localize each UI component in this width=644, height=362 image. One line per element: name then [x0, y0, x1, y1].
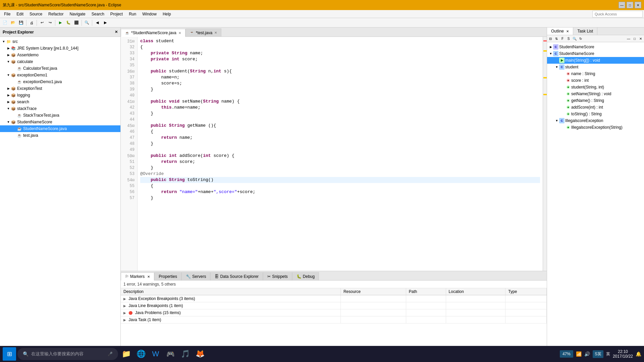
menu-window[interactable]: Window [140, 11, 159, 17]
expand-arrow-1[interactable]: ▶ [123, 297, 126, 301]
ime-indicator[interactable]: S英 [593, 350, 603, 358]
menu-edit[interactable]: Edit [14, 11, 26, 17]
bottom-tab-snippets[interactable]: ✂ Snippets [263, 272, 292, 280]
outline-sync[interactable]: ↻ [578, 36, 583, 41]
outline-studentnamescore-2[interactable]: ▼ C StudentNameScore [547, 50, 644, 57]
toolbar-redo[interactable]: ↪ [46, 19, 54, 26]
outline-addscore[interactable]: ● addScore(int) : int [547, 104, 644, 111]
marker-row-breakpoints-line[interactable]: ▶ Java Line Breakpoints (1 item) [121, 302, 547, 309]
menu-search[interactable]: Search [89, 11, 107, 17]
outline-filter[interactable]: 🔍 [572, 36, 577, 41]
outline-main-method[interactable]: ▶ main(String[]) : void [547, 57, 644, 64]
menu-refactor[interactable]: Refactor [46, 11, 66, 17]
tree-item-stacktracejava[interactable]: ☕ StackTraceTest.java [0, 112, 120, 119]
outline-tab[interactable]: Outline ✕ [547, 27, 573, 35]
outline-getname[interactable]: ● getName() : String [547, 97, 644, 104]
tree-item-assertdemo[interactable]: ▶ 📦 Assertdemo [0, 52, 120, 58]
outline-student-constructor[interactable]: ● student(String, int) [547, 84, 644, 90]
editor-area[interactable]: 31⊟ 32 33 34 35 36⊟ 37 38 39 40 41⊟ 42 4… [121, 37, 547, 271]
bottom-tab-servers[interactable]: 🔧 Servers [181, 272, 210, 280]
outline-sort[interactable]: ⇅ [554, 36, 559, 41]
toolbar-open[interactable]: 📂 [9, 19, 17, 26]
taskbar-mic-icon[interactable]: 🎤 [108, 352, 113, 356]
bottom-tab-markers[interactable]: ⚐ Markers ✕ [121, 273, 154, 281]
code-content[interactable]: class student { private String name; pri… [138, 37, 543, 271]
tree-item-studentnamescoreJava[interactable]: ☕ StudentNameScore.java [0, 125, 120, 132]
outline-hide-fields[interactable]: F [560, 36, 565, 41]
expand-arrow-3[interactable]: ▶ [123, 311, 126, 315]
tree-item-stacktrace[interactable]: ▼ 📦 stackTrace [0, 105, 120, 112]
tree-item-calculate[interactable]: ▼ 📦 calculate [0, 58, 120, 65]
outline-score-field[interactable]: ● score : int [547, 77, 644, 84]
outline-minimize[interactable]: — [626, 36, 631, 41]
notification-icon[interactable]: 🔔 [636, 351, 641, 357]
toolbar-debug[interactable]: 🐛 [65, 19, 72, 26]
outline-tab-close[interactable]: ✕ [566, 29, 569, 33]
tree-item-exceptiondemo1java[interactable]: ☕ exceptionDemo1.java [0, 78, 120, 85]
toolbar-search[interactable]: 🔍 [83, 19, 91, 26]
bottom-tab-properties[interactable]: Properties [154, 272, 181, 280]
taskbar-app-game[interactable]: 🎮 [164, 347, 177, 361]
marker-row-task[interactable]: ▶ Java Task (1 item) [121, 316, 547, 323]
tab-testjava[interactable]: ☕ *test.java ✕ [185, 28, 221, 37]
toolbar-run[interactable]: ▶ [57, 19, 64, 26]
outline-setname[interactable]: ● setName(String) : void [547, 90, 644, 97]
outline-illegalscoreexception[interactable]: ▼ C IllegalscoreException [547, 117, 644, 124]
taskbar-app-word[interactable]: W [149, 347, 162, 361]
bottom-tab-debug[interactable]: 🐛 Debug [292, 272, 319, 280]
menu-navigate[interactable]: Navigate [67, 11, 88, 17]
toolbar-forward[interactable]: ▶ [102, 19, 109, 26]
toolbar-back[interactable]: ◀ [94, 19, 101, 26]
language-indicator[interactable]: 英 [606, 351, 610, 357]
taskbar-app-explorer[interactable]: 📁 [119, 347, 133, 361]
tree-item-calculatortest[interactable]: ☕ CalculatorTest.java [0, 65, 120, 72]
header-close-icon[interactable]: ✕ [115, 30, 118, 34]
editor-scrollbar[interactable] [543, 37, 547, 271]
tab-studentnamescore[interactable]: ☕ *StudentNameScore.java ✕ [121, 29, 185, 37]
outline-maximize[interactable]: □ [632, 36, 637, 41]
toolbar-undo[interactable]: ↩ [38, 19, 46, 26]
markers-close[interactable]: ✕ [147, 275, 150, 279]
bottom-tab-datasource[interactable]: 🗄 Data Source Explorer [210, 272, 263, 280]
toolbar-stop[interactable]: ⬛ [73, 19, 80, 26]
outline-collapse-all[interactable]: ⊟ [548, 36, 553, 41]
close-button[interactable]: ✕ [635, 2, 641, 8]
tasklist-tab[interactable]: Task List [573, 27, 597, 35]
tree-item-jre[interactable]: ▶ 📚 JRE System Library [jre1.8.0_144] [0, 45, 120, 52]
battery-indicator[interactable]: 47% [560, 350, 573, 358]
taskbar-search-box[interactable]: 🔍 在这里输入你要搜索的内容 🎤 [17, 348, 118, 360]
menu-project[interactable]: Project [108, 11, 125, 17]
outline-studentnamescore-1[interactable]: ▶ C StudentNameScore [547, 44, 644, 50]
taskbar-app-media[interactable]: 🎵 [178, 347, 192, 361]
outline-close[interactable]: ✕ [638, 36, 643, 41]
tab-close-studentnamescore[interactable]: ✕ [178, 31, 181, 35]
toolbar-print[interactable]: 🖨 [28, 19, 35, 26]
start-button[interactable]: ⊞ [3, 347, 16, 361]
toolbar-new[interactable]: 📄 [1, 19, 9, 26]
expand-arrow-4[interactable]: ▶ [123, 318, 126, 322]
expand-arrow-2[interactable]: ▶ [123, 304, 126, 308]
taskbar-app-browser[interactable]: 🌐 [134, 347, 148, 361]
maximize-button[interactable]: □ [627, 2, 633, 8]
outline-illegalscoreexception-constructor[interactable]: ● IllegalscoreException(String) [547, 124, 644, 131]
marker-row-breakpoints-exception[interactable]: ▶ Java Exception Breakpoints (3 items) [121, 295, 547, 302]
tree-item-logging[interactable]: ▶ 📦 logging [0, 92, 120, 99]
menu-file[interactable]: File [1, 11, 13, 17]
minimize-button[interactable]: — [619, 2, 625, 8]
outline-student-class[interactable]: ▼ C student [547, 64, 644, 70]
outline-hide-static[interactable]: S [566, 36, 571, 41]
tree-item-src[interactable]: ▼ 📁 src [0, 38, 120, 45]
taskbar-app-fox[interactable]: 🦊 [193, 347, 207, 361]
tree-item-search[interactable]: ▶ 📦 search [0, 99, 120, 105]
outline-tostring[interactable]: ● toString() : String [547, 111, 644, 117]
tree-item-testjava[interactable]: ☕ test.java [0, 132, 120, 139]
quick-access-box[interactable]: Quick Access [592, 11, 643, 17]
tab-close-testjava[interactable]: ✕ [214, 31, 217, 35]
tree-item-studentnamescore-pkg[interactable]: ▼ 📦 StudentNameScore [0, 119, 120, 125]
tree-item-exceptiontest[interactable]: ▶ 📦 ExceptionTest [0, 85, 120, 92]
toolbar-save[interactable]: 💾 [17, 19, 25, 26]
tree-item-exceptiondemo1[interactable]: ▼ 📦 exceptionDemo1 [0, 72, 120, 78]
marker-row-problems[interactable]: ▶ 🔴 Java Problems (15 items) [121, 309, 547, 316]
outline-name-field[interactable]: ● name : String [547, 70, 644, 77]
menu-help[interactable]: Help [160, 11, 174, 17]
